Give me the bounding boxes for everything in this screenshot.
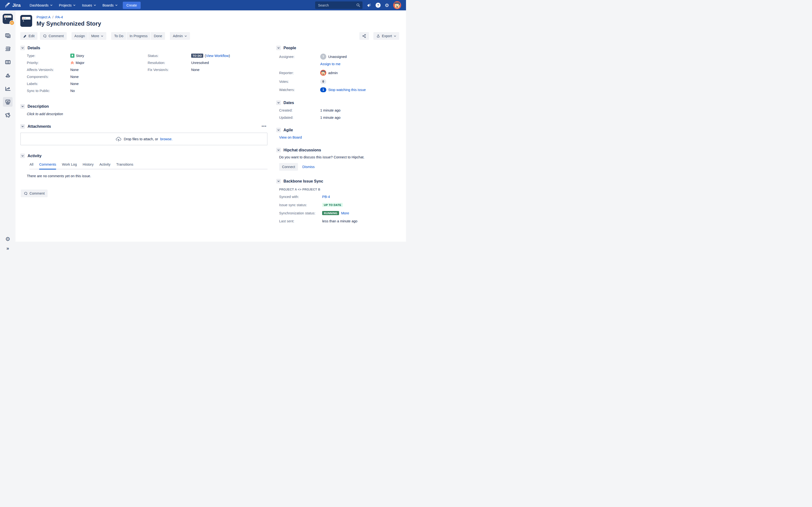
assignee-field: Assignee: ? Unassigned (279, 54, 399, 60)
hipchat-connect-button[interactable]: Connect (279, 163, 298, 171)
nav-projects[interactable]: Projects (56, 2, 78, 9)
breadcrumb-project-link[interactable]: Project A (37, 15, 51, 19)
view-on-board-link[interactable]: View on Board (279, 135, 302, 139)
fix-version-field: Fix Version/s: None (148, 68, 267, 72)
reports-chart-icon[interactable] (3, 84, 12, 94)
collapse-chevron-icon[interactable] (20, 46, 25, 50)
user-avatar[interactable] (393, 1, 401, 9)
created-field: Created: 1 minute ago (279, 108, 399, 112)
share-button[interactable] (359, 32, 369, 40)
comment-bubble-icon (24, 191, 28, 195)
sidebar-bottom: ⚙ » (5, 236, 10, 250)
collapse-chevron-icon[interactable] (276, 101, 281, 105)
backlog-icon[interactable] (3, 31, 12, 40)
collapse-chevron-icon[interactable] (20, 154, 25, 158)
synchronization-status-field: Synchronization status: RUNNING More (279, 211, 399, 215)
file-drop-zone[interactable]: Drop files to attach, or browse. (20, 132, 267, 145)
no-comments-message: There are no comments yet on this issue. (27, 174, 267, 178)
tab-all[interactable]: All (30, 163, 33, 169)
labels-field: Labels: None (27, 82, 148, 86)
collapse-chevron-icon[interactable] (20, 124, 25, 129)
footer-strip (15, 242, 406, 253)
dates-heading: Dates (284, 101, 294, 105)
stop-watching-link[interactable]: Stop watching this issue (328, 88, 366, 92)
hipchat-dismiss-link[interactable]: Dismiss (302, 165, 315, 169)
add-comment-button[interactable]: Comment (21, 189, 48, 197)
addons-puzzle-icon[interactable] (3, 110, 12, 120)
activity-tabs: All Comments Work Log History Activity T… (30, 163, 267, 169)
description-placeholder[interactable]: Click to add description (27, 112, 267, 116)
project-avatar[interactable]: <> (3, 14, 13, 24)
votes-field: Votes: 0 (279, 79, 399, 84)
hipchat-heading: Hipchat discussions (284, 148, 321, 152)
settings-gear-icon[interactable]: ⚙ (385, 3, 389, 8)
assign-button[interactable]: Assign (71, 32, 88, 40)
browse-files-link[interactable]: browse. (160, 137, 172, 141)
sync-more-link[interactable]: More (341, 211, 349, 215)
project-sidebar: <> ⚙ » (0, 10, 15, 253)
nav-dashboards[interactable]: Dashboards (27, 2, 55, 9)
tab-work-log[interactable]: Work Log (62, 163, 77, 169)
breadcrumb-issue-link[interactable]: PA-4 (55, 15, 63, 19)
collapse-chevron-icon[interactable] (276, 46, 281, 50)
export-dropdown-button[interactable]: Export (373, 32, 399, 40)
feedback-megaphone-icon[interactable] (367, 3, 371, 8)
watchers-badge[interactable]: 1 (320, 88, 326, 92)
sidebar-icons (3, 31, 12, 120)
collapse-chevron-icon[interactable] (276, 128, 281, 132)
board-columns-icon[interactable] (3, 57, 12, 67)
more-dropdown-button[interactable]: More (88, 32, 106, 40)
hipchat-section: Hipchat discussions Do you want to discu… (276, 148, 399, 171)
collapse-chevron-icon[interactable] (276, 148, 281, 152)
tab-transitions[interactable]: Transitions (116, 163, 133, 169)
expand-sidebar-icon[interactable]: » (6, 246, 9, 250)
done-transition-button[interactable]: Done (151, 32, 165, 40)
right-column: People Assignee: ? Unassigned Assign to … (276, 46, 399, 231)
jira-home-link[interactable]: Jira (4, 2, 21, 8)
code-badge-icon: <> (9, 20, 14, 25)
releases-ship-icon[interactable] (3, 70, 12, 80)
nav-issues[interactable]: Issues (79, 2, 99, 9)
search-input[interactable] (315, 1, 362, 9)
project-avatar-large[interactable] (20, 15, 32, 27)
project-settings-gear-icon[interactable]: ⚙ (5, 236, 10, 242)
type-field: Type: Story (27, 54, 148, 58)
inprogress-transition-button[interactable]: In Progress (126, 32, 150, 40)
comment-button[interactable]: Comment (40, 32, 67, 40)
help-icon[interactable]: ? (375, 3, 380, 8)
todo-transition-button[interactable]: To Do (111, 32, 126, 40)
details-section: Details Type: Story (20, 46, 267, 96)
assign-to-me-link[interactable]: Assign to me (320, 62, 341, 66)
view-workflow-link[interactable]: View Workflow (206, 54, 229, 58)
main-column: Details Type: Story (20, 46, 267, 231)
create-button[interactable]: Create (123, 2, 141, 9)
nav-boards[interactable]: Boards (100, 2, 120, 9)
edit-button[interactable]: Edit (20, 32, 38, 40)
priority-field: Priority: Major (27, 61, 148, 65)
issue-content: Project A / PA-4 My Synchronized Story E… (15, 10, 406, 242)
votes-badge[interactable]: 0 (320, 79, 326, 84)
reporter-avatar[interactable] (320, 70, 326, 76)
admin-dropdown-button[interactable]: Admin (170, 32, 190, 40)
issues-card-icon[interactable] (3, 97, 12, 107)
tab-comments[interactable]: Comments (39, 163, 56, 169)
nav-utilities: ? ⚙ (315, 1, 401, 9)
chevron-down-icon (73, 4, 75, 6)
collapse-chevron-icon[interactable] (20, 104, 25, 109)
assign-group: Assign More (71, 32, 107, 40)
search-icon[interactable] (356, 3, 361, 7)
stack-icon[interactable] (3, 44, 12, 54)
collapse-chevron-icon[interactable] (276, 179, 281, 183)
admin-group: Admin (170, 32, 190, 40)
synced-issue-link[interactable]: PB-4 (322, 195, 330, 199)
last-sent-field: Last sent: less than a minute ago (279, 219, 399, 223)
people-heading: People (284, 46, 296, 50)
tab-history[interactable]: History (83, 163, 94, 169)
attachments-section: Attachments ••• Drop files to attach, or… (20, 124, 267, 145)
attachments-more-icon[interactable]: ••• (261, 125, 267, 127)
share-icon (362, 34, 366, 38)
breadcrumb: Project A / PA-4 (37, 15, 101, 19)
tab-activity[interactable]: Activity (99, 163, 110, 169)
story-type-icon (70, 54, 74, 58)
chevron-down-icon (101, 35, 103, 38)
